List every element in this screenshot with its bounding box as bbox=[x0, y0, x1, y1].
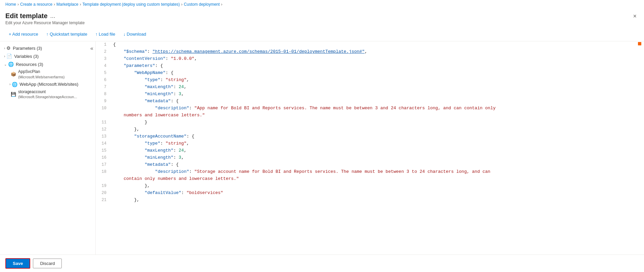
table-row: 18 "description": "Storage account name … bbox=[96, 168, 644, 176]
table-row: 10 "description": "App name for Bold BI … bbox=[96, 105, 644, 112]
sidebar-item-variables[interactable]: › 📄 Variables (3) bbox=[0, 52, 95, 60]
quickstart-template-button[interactable]: ↑ Quickstart template bbox=[43, 30, 91, 38]
appsvcplan-type: (Microsoft.Web/serverfarms) bbox=[18, 75, 65, 79]
table-row: 19 }, bbox=[96, 183, 644, 190]
panel-title-area: Edit template ... Edit your Azure Resour… bbox=[5, 12, 85, 25]
variables-label: Variables (3) bbox=[14, 54, 91, 59]
variables-icon: 📄 bbox=[6, 53, 12, 59]
table-row: 8 "minLength": 3, bbox=[96, 91, 644, 98]
download-button[interactable]: ↓ Download bbox=[120, 30, 149, 38]
breadcrumb-create-resource[interactable]: Create a resource bbox=[20, 2, 52, 7]
breadcrumb-marketplace[interactable]: Marketplace bbox=[56, 2, 78, 7]
chevron-right-icon-vars: › bbox=[4, 54, 5, 58]
breadcrumb-template-deployment[interactable]: Template deployment (deploy using custom… bbox=[82, 2, 180, 7]
appsvcplan-icon: 📦 bbox=[11, 72, 16, 77]
table-row: 20 "defaultValue": "boldservices" bbox=[96, 190, 644, 197]
table-row: 9 "metadata": { bbox=[96, 98, 644, 105]
storageaccount-icon: 💾 bbox=[11, 92, 16, 97]
resources-icon: 🌐 bbox=[8, 62, 14, 67]
collapse-sidebar-button[interactable]: « bbox=[88, 44, 95, 53]
table-row: 7 "maxLength": 24, bbox=[96, 84, 644, 91]
resources-label: Resources (3) bbox=[16, 62, 91, 67]
table-row: 14 "type": "string", bbox=[96, 140, 644, 147]
sidebar-item-webapp[interactable]: › 🌐 WebApp (Microsoft.Web/sites) bbox=[0, 80, 95, 88]
table-row: 4 "parameters": { bbox=[96, 63, 644, 70]
toolbar: + Add resource ↑ Quickstart template ↑ L… bbox=[0, 27, 644, 41]
ellipsis-menu[interactable]: ... bbox=[50, 12, 55, 20]
discard-button[interactable]: Discard bbox=[33, 259, 62, 268]
add-resource-button[interactable]: + Add resource bbox=[5, 30, 42, 38]
code-editor[interactable]: 1{2 "$schema": "https://schema.managemen… bbox=[96, 41, 644, 255]
main-content: « › ⚙ Parameters (3) › 📄 Variables (3) ⌄… bbox=[0, 41, 644, 255]
table-row: 16 "minLength": 3, bbox=[96, 154, 644, 161]
chevron-right-icon: › bbox=[4, 46, 5, 50]
panel-header: Edit template ... Edit your Azure Resour… bbox=[0, 9, 644, 27]
table-row: 5 "WebAppName": { bbox=[96, 70, 644, 77]
table-row: 13 "storageAccountName": { bbox=[96, 133, 644, 140]
sidebar-item-storageaccount[interactable]: 💾 storageaccount (Microsoft.Storage/stor… bbox=[0, 88, 95, 101]
breadcrumb-home[interactable]: Home bbox=[5, 2, 16, 7]
table-row: contain only numbers and lowercase lette… bbox=[96, 176, 644, 183]
sidebar: « › ⚙ Parameters (3) › 📄 Variables (3) ⌄… bbox=[0, 41, 96, 255]
parameters-icon: ⚙ bbox=[6, 45, 11, 51]
chevron-down-icon-webapp: › bbox=[9, 82, 10, 86]
table-row: 11 } bbox=[96, 119, 644, 126]
editor-area: 1{2 "$schema": "https://schema.managemen… bbox=[96, 41, 644, 255]
page-title: Edit template bbox=[5, 12, 48, 20]
table-row: 6 "type": "string", bbox=[96, 77, 644, 84]
table-row: 1{ bbox=[96, 41, 644, 48]
breadcrumb-custom-deployment[interactable]: Custom deployment bbox=[184, 2, 220, 7]
save-button[interactable]: Save bbox=[5, 258, 30, 269]
table-row: 17 "metadata": { bbox=[96, 161, 644, 168]
breadcrumb: Home › Create a resource › Marketplace ›… bbox=[0, 0, 644, 9]
appsvcplan-name: AppSvcPlan bbox=[18, 69, 65, 75]
load-file-button[interactable]: ↑ Load file bbox=[92, 30, 119, 38]
table-row: 21 }, bbox=[96, 197, 644, 204]
close-button[interactable]: × bbox=[631, 12, 639, 21]
storageaccount-name: storageaccount bbox=[18, 89, 77, 95]
sidebar-item-appsvcplan[interactable]: 📦 AppSvcPlan (Microsoft.Web/serverfarms) bbox=[0, 68, 95, 80]
parameters-label: Parameters (3) bbox=[13, 46, 91, 51]
table-row: 2 "$schema": "https://schema.management.… bbox=[96, 48, 644, 55]
page-subtitle: Edit your Azure Resource Manager templat… bbox=[5, 21, 85, 25]
storageaccount-type: (Microsoft.Storage/storageAccoun... bbox=[18, 94, 77, 99]
webapp-label: WebApp (Microsoft.Web/sites) bbox=[19, 82, 91, 87]
bookmark-indicator bbox=[638, 42, 641, 45]
sidebar-item-parameters[interactable]: › ⚙ Parameters (3) bbox=[0, 44, 95, 52]
table-row: 3 "contentVersion": "1.0.0.0", bbox=[96, 55, 644, 63]
chevron-down-icon-resources: ⌄ bbox=[4, 63, 7, 66]
table-row: 15 "maxLength": 24, bbox=[96, 147, 644, 154]
table-row: numbers and lowercase letters." bbox=[96, 112, 644, 119]
footer: Save Discard bbox=[0, 255, 644, 272]
table-row: 12 }, bbox=[96, 126, 644, 133]
webapp-icon: 🌐 bbox=[12, 82, 17, 87]
sidebar-item-resources[interactable]: ⌄ 🌐 Resources (3) bbox=[0, 60, 95, 68]
